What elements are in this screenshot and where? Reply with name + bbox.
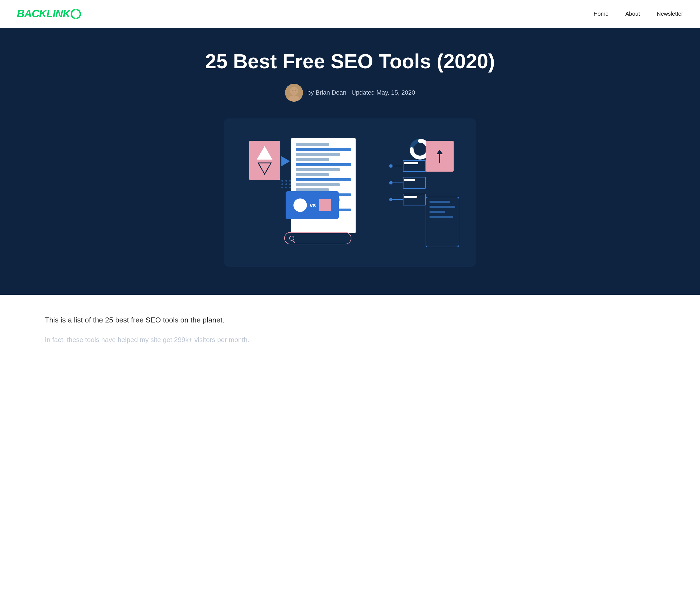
site-header: BACKLINK Home About Newsletter — [0, 0, 700, 28]
logo-text: BACKLINK — [17, 8, 70, 20]
article-meta: by Brian Dean · Updated May. 15, 2020 — [17, 84, 683, 102]
hero-section: 25 Best Free SEO Tools (2020) by Brian D… — [0, 28, 700, 295]
svg-point-6 — [292, 90, 293, 91]
nav-newsletter[interactable]: Newsletter — [657, 11, 683, 17]
arrow-up-icon — [434, 149, 446, 163]
play-arrow-icon — [282, 156, 290, 166]
svg-marker-11 — [436, 150, 443, 154]
site-logo[interactable]: BACKLINK — [17, 8, 81, 20]
triangle-down-icon — [258, 162, 272, 175]
vs-comparison-card: vs — [286, 191, 339, 219]
nav-about[interactable]: About — [625, 11, 640, 17]
svg-rect-21 — [404, 162, 418, 164]
avatar-image — [285, 84, 303, 102]
secondary-paragraph: In fact, these tools have helped my site… — [45, 335, 655, 345]
author-byline: by Brian Dean · Updated May. 15, 2020 — [308, 89, 415, 96]
svg-point-18 — [389, 164, 392, 168]
search-bar-illustration — [284, 232, 351, 244]
svg-rect-23 — [404, 196, 417, 198]
pink-rect-left — [249, 141, 280, 180]
nav-home[interactable]: Home — [593, 11, 609, 17]
page-title: 25 Best Free SEO Tools (2020) — [17, 50, 683, 73]
main-nav: Home About Newsletter — [593, 11, 683, 17]
triangle-up-icon — [257, 146, 273, 160]
vs-label: vs — [310, 202, 316, 209]
hero-illustration: vs — [224, 118, 476, 267]
svg-marker-8 — [258, 163, 271, 174]
svg-point-5 — [291, 87, 297, 94]
author-avatar — [285, 84, 303, 102]
svg-point-7 — [295, 90, 296, 91]
logo-o-icon — [71, 9, 81, 19]
article-content: This is a list of the 25 best free SEO t… — [0, 295, 700, 365]
svg-point-19 — [389, 181, 392, 185]
svg-rect-22 — [404, 179, 415, 181]
vs-square — [318, 199, 331, 211]
vs-circle — [293, 199, 307, 212]
mobile-card — [426, 197, 459, 247]
search-icon-illustration — [289, 236, 294, 241]
lead-paragraph: This is a list of the 25 best free SEO t… — [45, 314, 655, 326]
connection-lines — [386, 158, 431, 214]
illustration-inner: vs — [241, 135, 459, 253]
svg-point-20 — [389, 198, 392, 201]
